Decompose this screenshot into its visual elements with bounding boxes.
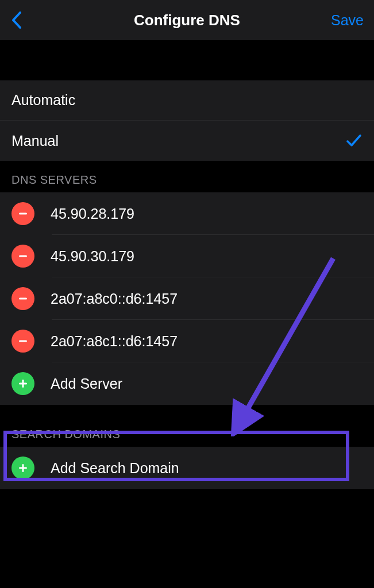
- svg-rect-1: [19, 256, 27, 257]
- svg-rect-5: [22, 380, 24, 388]
- minus-icon: [17, 293, 29, 304]
- add-server-label: Add Server: [51, 376, 122, 392]
- svg-rect-3: [19, 341, 27, 342]
- back-button[interactable]: [10, 10, 22, 30]
- svg-rect-2: [19, 298, 27, 300]
- minus-icon: [17, 208, 29, 219]
- dns-servers-header: DNS SERVERS: [0, 161, 374, 192]
- dns-server-row[interactable]: 45.90.30.179: [0, 235, 374, 277]
- remove-server-button[interactable]: [11, 245, 34, 268]
- nav-bar: Configure DNS Save: [0, 0, 374, 40]
- minus-icon: [17, 335, 29, 347]
- checkmark-icon: [345, 132, 363, 149]
- minus-icon: [17, 250, 29, 262]
- plus-icon: [17, 378, 29, 389]
- save-button[interactable]: Save: [331, 12, 364, 29]
- add-server-row[interactable]: Add Server: [0, 362, 374, 405]
- remove-server-button[interactable]: [11, 202, 34, 225]
- add-search-domain-label: Add Search Domain: [51, 460, 179, 477]
- dns-mode-group: Automatic Manual: [0, 80, 374, 161]
- remove-server-button[interactable]: [11, 330, 34, 353]
- spacer: [0, 40, 374, 80]
- svg-rect-7: [22, 464, 24, 472]
- add-server-button[interactable]: [11, 372, 34, 395]
- mode-automatic-row[interactable]: Automatic: [0, 80, 374, 121]
- dns-server-row[interactable]: 45.90.28.179: [0, 192, 374, 235]
- svg-rect-0: [19, 213, 27, 215]
- plus-icon: [17, 462, 29, 474]
- add-search-domain-button[interactable]: [11, 457, 34, 479]
- search-domains-list: Add Search Domain: [0, 447, 374, 489]
- add-search-domain-row[interactable]: Add Search Domain: [0, 447, 374, 489]
- mode-manual-row[interactable]: Manual: [0, 121, 374, 161]
- page-title: Configure DNS: [134, 11, 240, 29]
- mode-automatic-label: Automatic: [11, 92, 363, 109]
- dns-servers-list: 45.90.28.179 45.90.30.179 2a07:a8c0::d6:…: [0, 192, 374, 405]
- dns-server-row[interactable]: 2a07:a8c1::d6:1457: [0, 320, 374, 362]
- dns-server-row[interactable]: 2a07:a8c0::d6:1457: [0, 277, 374, 320]
- mode-manual-label: Manual: [11, 133, 345, 149]
- server-address: 45.90.30.179: [51, 248, 134, 265]
- server-address: 2a07:a8c1::d6:1457: [51, 333, 178, 350]
- server-address: 2a07:a8c0::d6:1457: [51, 291, 178, 307]
- search-domains-header: SEARCH DOMAINS: [0, 405, 374, 447]
- remove-server-button[interactable]: [11, 287, 34, 310]
- server-address: 45.90.28.179: [51, 206, 134, 222]
- chevron-left-icon: [11, 11, 21, 29]
